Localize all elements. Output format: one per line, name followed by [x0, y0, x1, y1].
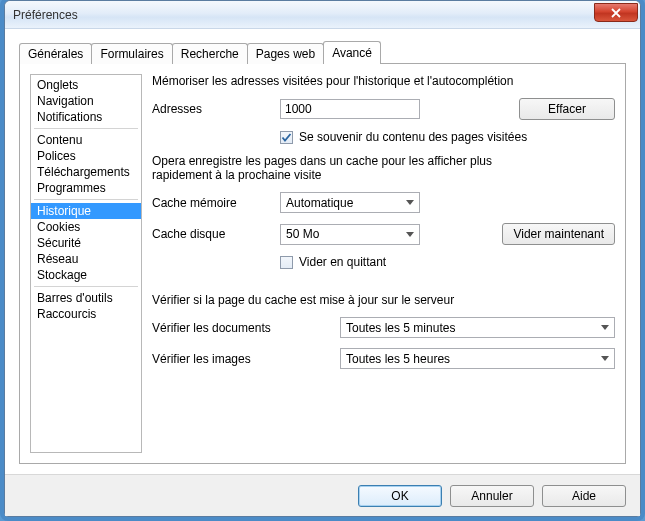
client-area: Générales Formulaires Recherche Pages we… [5, 29, 640, 474]
sidebar-item-programmes[interactable]: Programmes [31, 180, 141, 196]
sidebar-separator [34, 199, 138, 200]
disk-cache-label: Cache disque [152, 227, 272, 241]
sidebar-item-historique[interactable]: Historique [31, 203, 141, 219]
title-bar: Préférences [5, 1, 640, 29]
empty-on-exit-checkbox[interactable] [280, 256, 293, 269]
tab-avance[interactable]: Avancé [323, 41, 381, 64]
close-icon [610, 8, 622, 18]
help-button[interactable]: Aide [542, 485, 626, 507]
dialog-footer: OK Annuler Aide [5, 474, 640, 516]
advanced-sidebar: OngletsNavigationNotificationsContenuPol… [30, 74, 142, 453]
remember-content-row: Se souvenir du contenu des pages visitée… [280, 130, 615, 144]
history-pane: Mémoriser les adresses visitées pour l'h… [152, 74, 615, 453]
check-images-select[interactable]: Toutes les 5 heures [340, 348, 615, 369]
sidebar-item-onglets[interactable]: Onglets [31, 77, 141, 93]
sidebar-item-reseau[interactable]: Réseau [31, 251, 141, 267]
empty-cache-now-button[interactable]: Vider maintenant [502, 223, 615, 245]
addresses-row: Adresses Effacer [152, 98, 615, 120]
check-docs-label: Vérifier les documents [152, 321, 332, 335]
remember-content-label: Se souvenir du contenu des pages visitée… [299, 130, 527, 144]
check-icon [281, 132, 292, 143]
check-docs-select[interactable]: Toutes les 5 minutes [340, 317, 615, 338]
tab-recherche[interactable]: Recherche [172, 43, 248, 64]
sidebar-separator [34, 128, 138, 129]
sidebar-item-raccourcis[interactable]: Raccourcis [31, 306, 141, 322]
empty-on-exit-label: Vider en quittant [299, 255, 386, 269]
clear-addresses-button[interactable]: Effacer [519, 98, 615, 120]
sidebar-item-notifications[interactable]: Notifications [31, 109, 141, 125]
tab-panel-avance: OngletsNavigationNotificationsContenuPol… [19, 63, 626, 464]
history-intro: Mémoriser les adresses visitées pour l'h… [152, 74, 615, 88]
mem-cache-select[interactable]: Automatique [280, 192, 420, 213]
tab-strip: Générales Formulaires Recherche Pages we… [19, 41, 626, 63]
ok-button[interactable]: OK [358, 485, 442, 507]
tab-pages-web[interactable]: Pages web [247, 43, 324, 64]
sidebar-item-navigation[interactable]: Navigation [31, 93, 141, 109]
sidebar-item-barres-d-outils[interactable]: Barres d'outils [31, 290, 141, 306]
addresses-label: Adresses [152, 102, 272, 116]
check-images-label: Vérifier les images [152, 352, 332, 366]
chevron-down-icon [403, 226, 417, 242]
sidebar-item-polices[interactable]: Polices [31, 148, 141, 164]
disk-cache-row: Cache disque 50 Mo Vider maintenant [152, 223, 615, 245]
window-title: Préférences [13, 8, 594, 22]
cancel-button[interactable]: Annuler [450, 485, 534, 507]
preferences-window: Préférences Générales Formulaires Recher… [4, 0, 641, 517]
sidebar-item-stockage[interactable]: Stockage [31, 267, 141, 283]
close-button[interactable] [594, 3, 638, 22]
cache-intro: Opera enregistre les pages dans un cache… [152, 154, 532, 182]
chevron-down-icon [598, 351, 612, 367]
check-images-row: Vérifier les images Toutes les 5 heures [152, 348, 615, 369]
mem-cache-row: Cache mémoire Automatique [152, 192, 615, 213]
chevron-down-icon [598, 320, 612, 336]
tab-formulaires[interactable]: Formulaires [91, 43, 172, 64]
sidebar-separator [34, 286, 138, 287]
tab-generales[interactable]: Générales [19, 43, 92, 64]
check-docs-row: Vérifier les documents Toutes les 5 minu… [152, 317, 615, 338]
check-intro: Vérifier si la page du cache est mise à … [152, 293, 615, 307]
disk-cache-select[interactable]: 50 Mo [280, 224, 420, 245]
addresses-input[interactable] [280, 99, 420, 119]
mem-cache-label: Cache mémoire [152, 196, 272, 210]
sidebar-item-contenu[interactable]: Contenu [31, 132, 141, 148]
empty-on-exit-row: Vider en quittant [280, 255, 615, 269]
sidebar-item-telechargements[interactable]: Téléchargements [31, 164, 141, 180]
sidebar-item-securite[interactable]: Sécurité [31, 235, 141, 251]
chevron-down-icon [403, 195, 417, 211]
remember-content-checkbox[interactable] [280, 131, 293, 144]
sidebar-item-cookies[interactable]: Cookies [31, 219, 141, 235]
